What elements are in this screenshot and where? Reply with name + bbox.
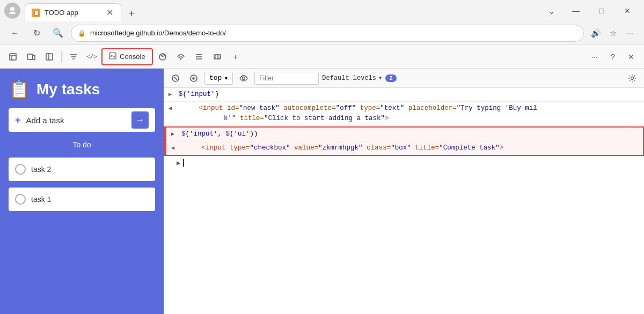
console-panel: top ▾ Default levels ▾ 2 [164, 69, 644, 314]
entry-3-arg2: 'ul' [234, 130, 250, 138]
tab-overflow-button[interactable]: ⌄ [543, 3, 559, 19]
console-eye-button[interactable] [236, 71, 251, 86]
memory-button[interactable] [209, 48, 226, 65]
todo-header: 📋 My tasks [9, 79, 155, 100]
back-button[interactable]: ← [6, 25, 24, 42]
browser-window: 📋 TODO app ✕ + ⌄ — □ ✕ ← ↻ 🔍 🔒 microsoft… [0, 0, 644, 314]
add-task-arrow-icon: → [131, 111, 149, 129]
console-output: ▶ $('input') ◀ <input id="new-task" auto… [164, 88, 644, 314]
console-tab-icon [109, 52, 116, 61]
todo-app: 📋 My tasks + Add a task → To do task 2 t… [0, 69, 164, 314]
entry-1-close: ) [215, 91, 219, 98]
more-tabs-button[interactable]: ··· [586, 48, 603, 65]
console-input-line[interactable]: ▶ [164, 157, 644, 169]
entry-2-attrs: id="new-task" autocomplete="off" type="t… [227, 104, 537, 112]
entry-1-paren: ( [183, 91, 187, 98]
console-filter-input[interactable] [254, 72, 319, 85]
title-bar: 📋 TODO app ✕ + ⌄ — □ ✕ [0, 0, 644, 21]
toolbar-separator-1 [61, 51, 62, 62]
device-emulation-button[interactable] [23, 48, 40, 65]
svg-rect-4 [27, 54, 33, 59]
task-1-label: task 1 [31, 195, 51, 204]
tab-todo-app[interactable]: 📋 TODO app ✕ [25, 3, 121, 21]
minimize-button[interactable]: — [564, 2, 588, 19]
console-entry-3: ▶ $('input', $('ul')) [165, 128, 643, 141]
svg-rect-1 [10, 54, 16, 60]
todo-app-title: My tasks [36, 81, 100, 98]
clipboard-icon: 📋 [9, 79, 30, 100]
entry-2-content: <input id="new-task" autocomplete="off" … [177, 102, 644, 125]
performance-button[interactable] [154, 48, 171, 65]
more-icon[interactable]: ··· [623, 26, 638, 41]
entry-3-func2: $ [226, 130, 230, 138]
entry-4-tag: <input [202, 144, 226, 152]
clear-console-button[interactable] [168, 71, 183, 86]
new-tab-button[interactable]: + [123, 5, 140, 21]
elements-panel-button[interactable] [65, 48, 82, 65]
svg-point-11 [163, 54, 165, 56]
entry-3-arg1: 'input' [189, 130, 218, 138]
read-aloud-icon[interactable]: 🔊 [588, 26, 603, 41]
highlighted-console-section: ▶ $('input', $('ul')) ◀ <input [164, 126, 644, 156]
console-tab-label: Console [120, 53, 145, 61]
log-levels-button[interactable]: Default levels ▾ [322, 74, 382, 82]
refresh-button[interactable]: ↻ [28, 25, 45, 42]
console-cursor [183, 159, 184, 167]
svg-point-25 [243, 77, 245, 79]
svg-line-21 [174, 77, 177, 80]
task-2-label: task 2 [31, 165, 51, 174]
task-1-checkbox[interactable] [15, 194, 26, 205]
error-badge: 2 [385, 74, 397, 82]
svg-point-26 [631, 77, 634, 79]
tab-label: TODO app [45, 9, 78, 17]
url-text: microsoftedge.github.io/Demos/demo-to-do… [90, 29, 577, 37]
devtools-toolbar: </> Console + ··· [0, 45, 644, 69]
search-button[interactable]: 🔍 [49, 25, 67, 42]
settings-button2[interactable] [191, 48, 208, 65]
source-button[interactable]: </> [83, 48, 100, 65]
devtools-close-button[interactable]: ✕ [623, 48, 640, 65]
entry-3-content: $('input', $('ul')) [179, 128, 643, 141]
task-2-checkbox[interactable] [15, 164, 26, 175]
levels-label: Default levels [322, 74, 376, 82]
console-entry-1: ▶ $('input') [164, 88, 644, 102]
entry-2-chevron[interactable]: ◀ [164, 102, 177, 114]
context-chevron-icon: ▾ [224, 74, 228, 83]
todo-section-label: To do [9, 140, 155, 149]
entry-3-func: $ [181, 130, 186, 138]
entry-1-chevron[interactable]: ▶ [164, 88, 177, 100]
profile-icon[interactable] [4, 3, 20, 19]
address-bar-actions: 🔊 ☆ ··· [588, 26, 638, 41]
entry-1-dollar: $ [179, 91, 183, 98]
url-bar[interactable]: 🔒 microsoftedge.github.io/Demos/demo-to-… [71, 25, 584, 42]
svg-rect-6 [46, 54, 53, 60]
entry-3-chevron[interactable]: ▶ [166, 128, 179, 139]
entry-4-chevron[interactable]: ◀ [166, 141, 179, 153]
tabs-area: 📋 TODO app ✕ + [25, 0, 539, 21]
context-selector[interactable]: top ▾ [204, 72, 233, 85]
add-task-button[interactable]: + Add a task → [9, 108, 155, 132]
devtools-help-button[interactable]: ? [604, 48, 621, 65]
console-entry-2: ◀ <input id="new-task" autocomplete="off… [164, 102, 644, 126]
svg-rect-5 [33, 55, 35, 59]
network-button[interactable] [172, 48, 189, 65]
console-toolbar: top ▾ Default levels ▾ 2 [164, 69, 644, 88]
main-content-area: 📋 My tasks + Add a task → To do task 2 t… [0, 69, 644, 314]
entry-2-tag-open: <input [199, 104, 223, 112]
task-item-2[interactable]: task 2 [9, 158, 155, 181]
window-close-button[interactable]: ✕ [615, 2, 640, 19]
favorites-icon[interactable]: ☆ [605, 26, 620, 41]
console-tab[interactable]: Console [101, 48, 153, 65]
context-label: top [209, 74, 222, 82]
add-panel-button[interactable]: + [227, 48, 244, 65]
filter-toggle-button[interactable] [186, 71, 201, 86]
tab-close-button[interactable]: ✕ [105, 8, 114, 18]
sidebar-button[interactable] [41, 48, 58, 65]
maximize-button[interactable]: □ [589, 2, 614, 19]
task-item-1[interactable]: task 1 [9, 188, 155, 211]
console-settings-button[interactable] [625, 71, 640, 86]
inspect-element-button[interactable] [4, 48, 21, 65]
entry-4-attrs: type="checkbox" value="zkmrmhpgk" class=… [230, 144, 500, 152]
entry-1-content: $('input') [177, 88, 644, 101]
address-bar: ← ↻ 🔍 🔒 microsoftedge.github.io/Demos/de… [0, 21, 644, 45]
